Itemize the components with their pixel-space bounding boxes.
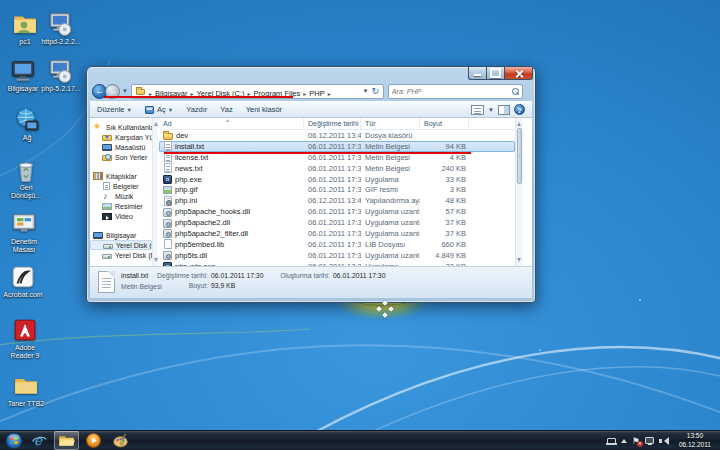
preview-pane-icon[interactable]	[498, 105, 510, 115]
sidebar-group-kitapl-klar[interactable]: Kitaplıklar	[90, 171, 152, 181]
window-controls	[468, 67, 533, 80]
folder-icon	[58, 432, 75, 449]
desktop-monitor-icon	[102, 144, 112, 151]
sidebar-item-masa-st[interactable]: Masaüstü	[90, 142, 152, 152]
txt-file-icon	[164, 141, 172, 151]
search-input[interactable]	[392, 88, 502, 95]
documents-icon	[103, 182, 110, 190]
address-dropdown-icon[interactable]: ▼	[360, 88, 370, 94]
scroll-up-icon[interactable]	[517, 120, 521, 126]
sidebar-group-s-k-kullan-lanlar[interactable]: Sık Kullanılanlar	[90, 122, 152, 132]
file-list: Ad▲ Değiştirme tarihi Tür Boyut dev 06.1…	[159, 118, 515, 266]
sidebar-item-son-yerler[interactable]: Son Yerler	[90, 152, 152, 162]
explorer-window: ← → ▼ ▸Bilgisayar▸Yerel Disk (C:)▸Progra…	[86, 66, 536, 303]
scroll-down-icon[interactable]	[517, 258, 521, 264]
sidebar-item-m-zik[interactable]: Müzik	[90, 191, 152, 201]
paint-icon	[112, 432, 129, 449]
start-button[interactable]	[3, 431, 25, 450]
libraries-icon	[93, 172, 103, 180]
red-underline-file-annotation	[164, 152, 471, 155]
folder-icon	[136, 89, 145, 95]
taskbar-paint[interactable]	[108, 431, 133, 450]
network-icon[interactable]	[645, 437, 654, 444]
desktop-icon-bilgisayar[interactable]: Bilgisayar	[2, 58, 44, 93]
sidebar-item-yerel-disk-d[interactable]: Yerel Disk (D:)	[90, 250, 152, 260]
file-row-php-gif[interactable]: php.gif 06.01.2011 17:30 GIF resmi 3 KB	[159, 184, 515, 195]
sidebar-item-video[interactable]: Video	[90, 211, 152, 221]
column-header-name[interactable]: Ad▲	[159, 118, 304, 129]
scrollbar-thumb[interactable]	[517, 128, 522, 184]
toolbar-d-zenle[interactable]: Düzenle▼	[97, 105, 132, 114]
text-document-icon	[98, 271, 115, 293]
file-row-php5embed-lib[interactable]: php5embed.lib 06.01.2011 17:30 LIB Dosya…	[159, 239, 515, 250]
action-center-icon[interactable]: ⚑✕	[632, 436, 640, 446]
scroll-down-icon[interactable]	[154, 258, 158, 264]
details-pane: install.txt Metin Belgesi Değiştirme tar…	[90, 266, 532, 298]
breadcrumb-item-php[interactable]: PHP	[308, 89, 325, 98]
scroll-up-icon[interactable]	[154, 120, 158, 126]
toolbar-yaz[interactable]: Yaz	[220, 105, 232, 114]
close-button[interactable]	[504, 67, 533, 80]
desktop-icon-a[interactable]: Ağ	[6, 107, 48, 142]
desktop-icon-geri-d-n[interactable]: Geri Dönüşü...	[5, 157, 47, 201]
explorer-content: Sık Kullanılanlar Karşıdan Yüklem Masaüs…	[90, 118, 532, 266]
taskbar-windows-explorer[interactable]	[54, 431, 79, 450]
column-header-size[interactable]: Boyut	[420, 118, 469, 129]
sidebar-group-bilgisayar[interactable]: Bilgisayar	[90, 230, 152, 240]
volume-icon[interactable]	[659, 437, 669, 445]
desktop-icon-taner-ttb2[interactable]: Taner TTB2	[5, 373, 47, 408]
minimize-button[interactable]	[468, 67, 486, 80]
column-header-date[interactable]: Değiştirme tarihi	[304, 118, 361, 129]
internet-explorer-icon: e	[31, 432, 48, 449]
chevron-down-icon: ▼	[127, 107, 132, 113]
details-modified-size: Değiştirme tarihi: 06.01.2011 17:30 Boyu…	[150, 272, 263, 291]
modified-value: 06.01.2011 17:30	[211, 272, 263, 279]
sidebar-scrollbar[interactable]	[152, 118, 158, 266]
refresh-icon[interactable]: ↻	[370, 87, 380, 96]
sidebar-item-resimler[interactable]: Resimler	[90, 201, 152, 211]
sidebar-item-belgeler[interactable]: Belgeler	[90, 181, 152, 191]
desktop-icon-acrobat-com[interactable]: Acrobat.com	[2, 264, 44, 299]
file-row-php5ts-dll[interactable]: php5ts.dll 06.01.2011 17:30 Uygulama uza…	[159, 250, 515, 261]
toolbar-a[interactable]: Aç▼	[145, 105, 173, 114]
toolbar-yazd-r[interactable]: Yazdır	[186, 105, 207, 114]
file-row-dev[interactable]: dev 06.12.2011 13:43 Dosya klasörü	[159, 130, 515, 141]
file-row-php5apache-hooks-dll[interactable]: php5apache_hooks.dll 06.01.2011 17:30 Uy…	[159, 206, 515, 217]
desktop-icon-adobe-reader-9[interactable]: Adobe Reader 9	[4, 317, 46, 361]
installer-icon	[48, 58, 74, 84]
input-device-icon[interactable]	[607, 438, 616, 444]
view-chevron-icon[interactable]: ▼	[488, 107, 494, 113]
sidebar-item-kar-dan-y-klem[interactable]: Karşıdan Yüklem	[90, 132, 152, 142]
file-row-install-txt[interactable]: install.txt 06.01.2011 17:30 Metin Belge…	[159, 141, 515, 152]
favorites-star-icon	[93, 123, 103, 132]
history-chevron-icon[interactable]: ▼	[122, 88, 128, 94]
file-list-scrollbar[interactable]	[515, 118, 523, 266]
details-file-name: install.txt	[121, 272, 148, 279]
taskbar-clock[interactable]: 13:50 06.12.2011	[674, 432, 716, 450]
desktop-icon-label: Ağ	[6, 134, 48, 142]
show-hidden-icons[interactable]	[621, 436, 627, 443]
desktop-icon-php-5-2-17[interactable]: php-5.2.17...	[40, 58, 82, 93]
desktop-icon-denetim-masas[interactable]: Denetim Masası	[3, 211, 45, 255]
windows-orb-icon	[5, 432, 23, 450]
toolbar-yeni-klas-r[interactable]: Yeni klasör	[246, 105, 282, 114]
file-row-php5apache2-dll[interactable]: php5apache2.dll 06.01.2011 17:30 Uygulam…	[159, 217, 515, 228]
help-icon[interactable]	[514, 104, 525, 115]
file-row-php-ini[interactable]: php.ini 06.12.2011 13:43 Yapılandırma ay…	[159, 195, 515, 206]
desktop-icon-httpd-2-2-2[interactable]: httpd-2.2.2...	[40, 11, 82, 46]
desktop-icon-label: Adobe Reader 9	[4, 344, 46, 361]
change-view-icon[interactable]	[471, 105, 484, 115]
file-row-php-exe[interactable]: php.exe 06.01.2011 17:30 Uygulama 33 KB	[159, 174, 515, 185]
maximize-button[interactable]	[486, 67, 504, 80]
sidebar-item-yerel-disk-c[interactable]: Yerel Disk (C:)	[90, 240, 152, 250]
navigation-bar: ← → ▼ ▸Bilgisayar▸Yerel Disk (C:)▸Progra…	[90, 81, 532, 101]
taskbar-media-player[interactable]	[81, 431, 106, 450]
taskbar-internet-explorer[interactable]: e	[27, 431, 52, 450]
desktop-icon-label: Geri Dönüşü...	[5, 184, 47, 201]
navigation-pane: Sık Kullanılanlar Karşıdan Yüklem Masaüs…	[90, 118, 152, 266]
column-header-type[interactable]: Tür	[361, 118, 420, 129]
search-box[interactable]	[388, 84, 523, 99]
file-row-news-txt[interactable]: news.txt 06.01.2011 17:30 Metin Belgesi …	[159, 163, 515, 174]
computer-small-icon	[93, 232, 103, 239]
file-row-php5apache2-filter-dll[interactable]: php5apache2_filter.dll 06.01.2011 17:30 …	[159, 228, 515, 239]
